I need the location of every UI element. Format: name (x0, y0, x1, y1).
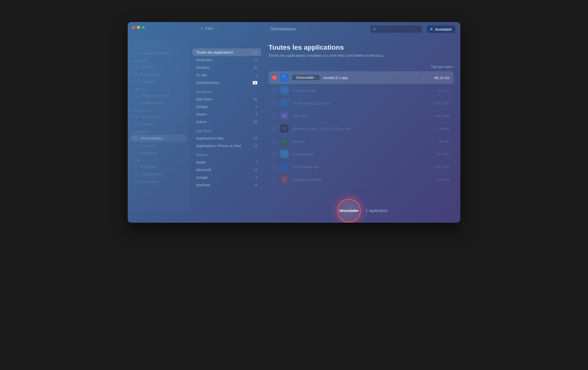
category-item-label: Steam (196, 112, 207, 116)
sidebar-item-label: Système (140, 65, 154, 69)
sidebar-item[interactable]: Corbeilles (130, 78, 186, 85)
category-item-count: 6 (255, 105, 257, 109)
category-item-count: 1 (255, 73, 257, 77)
sidebar-item[interactable]: Confidentialité (130, 99, 186, 107)
app-row-checkbox[interactable] (272, 151, 277, 156)
app-row-checkbox[interactable] (272, 139, 277, 144)
category-item-label: Autres (196, 120, 207, 124)
category-item-label: Résidus (196, 65, 209, 69)
sidebar-item-icon (133, 72, 137, 77)
close-window-button[interactable] (132, 26, 135, 29)
sort-button[interactable]: Trier par nom (431, 65, 453, 69)
category-item-count: 6 (255, 175, 257, 179)
sidebar-item-icon (133, 172, 137, 176)
app-row[interactable]: GUltimate Guitar - Chords & Tabs.app›60 … (269, 122, 453, 135)
svg-rect-13 (134, 173, 137, 176)
svg-rect-2 (134, 66, 137, 69)
category-item[interactable]: Résidus30 (192, 64, 261, 71)
app-row[interactable]: ✎XCFormat.app›4,3 Mo (269, 84, 453, 97)
app-row[interactable]: ✈Telegram.app›71,4 Mo (269, 148, 453, 160)
sidebar-section-header: Protection (130, 85, 186, 92)
app-size: 232,2 Mo (428, 165, 450, 169)
chevron-right-icon: › (423, 114, 424, 118)
app-row-checkbox[interactable] (272, 126, 277, 131)
app-row[interactable]: ↔TeamViewer.app›232,2 Mo (269, 160, 453, 173)
sidebar-item[interactable]: Mise à jour (130, 142, 186, 149)
sidebar-section-header: Applications (130, 128, 186, 135)
category-item[interactable]: Applications iPhone et iPad13 (192, 142, 261, 150)
category-item[interactable]: Setapp6 (192, 103, 261, 110)
sidebar-item[interactable]: Télescope (130, 163, 186, 171)
chevron-left-icon (201, 27, 203, 31)
category-item-label: 32 bits (196, 73, 207, 77)
category-item-label: Applications Mac (196, 136, 224, 140)
app-row[interactable]: 🂡Tabletop Simulator›5,69 Go (269, 173, 453, 186)
sidebar-section-header: Fichiers (130, 157, 186, 163)
app-action-dropdown[interactable]: Désinstaller (292, 75, 320, 80)
app-row[interactable]: ☎Viber.app›434,7 Mo (269, 109, 453, 122)
page-title: Toutes les applications (269, 44, 453, 51)
sort-row: Trier par nom (269, 65, 453, 69)
category-item[interactable]: Google6 (192, 173, 261, 181)
sidebar-item[interactable]: Destructeur (130, 178, 186, 185)
category-item[interactable]: Autres65 (192, 118, 261, 126)
app-row-checkbox[interactable] (272, 164, 277, 169)
body: Analyse intelligenteNettoyageSystèmePièc… (128, 36, 460, 223)
selection-count-label: 1 application (366, 208, 388, 213)
app-row[interactable]: 🔨DésinstallerXcode13.1.app›89,12 Go (269, 71, 453, 84)
sidebar-item[interactable]: Fichiers malveillants (130, 92, 186, 99)
zoom-window-button[interactable] (142, 26, 145, 29)
category-item[interactable]: Apple7 (192, 158, 261, 166)
back-label: Intro (205, 26, 213, 31)
back-button[interactable]: Intro (201, 26, 213, 31)
sidebar-item[interactable]: Autres fichiers (130, 171, 186, 178)
app-row-checkbox[interactable] (272, 88, 277, 93)
category-section-header: Éditeurs (192, 150, 261, 158)
category-item[interactable]: 32 bits1 (192, 71, 261, 79)
category-item[interactable]: Applications Mac23 (192, 134, 261, 142)
category-item-count: 30 (253, 66, 257, 69)
main-panel: Toutes les applications Toutes les appli… (265, 36, 460, 223)
page-subtitle: Toutes les applications installées sur v… (269, 53, 453, 58)
category-item[interactable]: App Store36 (192, 95, 261, 103)
app-size: 434,7 Mo (428, 114, 450, 118)
bottom-action-bar: Désinstaller 1 application (265, 197, 460, 223)
category-item-count: 1 (253, 81, 257, 84)
sidebar-item[interactable]: Extensions (130, 149, 186, 157)
sidebar-item[interactable]: Désinstallateur (130, 135, 186, 142)
sidebar-item[interactable]: Entretien (130, 121, 186, 128)
category-item[interactable]: Microsoft11 (192, 166, 261, 173)
sidebar-item-label: Fichiers malveillants (140, 94, 171, 98)
app-row-checkbox[interactable] (272, 113, 277, 118)
category-item-count: 23 (253, 136, 257, 140)
category-item-count: 12 (253, 58, 257, 62)
category-item[interactable]: Steam4 (192, 110, 261, 118)
sidebar-item-icon (133, 165, 137, 169)
chevron-right-icon: › (423, 177, 424, 182)
sidebar-item-icon (133, 179, 137, 184)
search-input[interactable] (370, 25, 422, 33)
minimize-window-button[interactable] (137, 26, 140, 29)
svg-rect-1 (134, 52, 137, 55)
category-item[interactable]: Sélectionnées1 (192, 79, 261, 86)
sidebar-item[interactable]: Analyse intelligente (130, 49, 186, 57)
chevron-right-icon: › (423, 164, 424, 169)
sidebar-item[interactable]: Système (130, 63, 186, 71)
sidebar-item[interactable]: Pièces jointes (130, 71, 186, 78)
app-size: 89,12 Go (428, 76, 450, 80)
category-item[interactable]: MacPaw14 (192, 181, 261, 189)
sidebar-item[interactable]: Optimisation (130, 113, 186, 121)
app-row-checkbox[interactable] (272, 177, 277, 182)
category-column: Toutes les applications111Inutilisées12R… (189, 36, 265, 223)
category-item[interactable]: Inutilisées12 (192, 56, 261, 64)
app-row[interactable]: ⟩Visual Studio Code.app›414,3 Mo (269, 97, 453, 109)
category-item[interactable]: Toutes les applications111 (192, 48, 261, 56)
assistant-button[interactable]: Assistant (427, 25, 455, 33)
app-name: Ultimate Guitar - Chords & Tabs.app (292, 127, 419, 131)
uninstall-button[interactable]: Désinstaller (337, 199, 361, 222)
app-row[interactable]: 🗝Terraria›742 Mo (269, 135, 453, 148)
sidebar-item-icon (133, 136, 137, 140)
app-row-checkbox[interactable] (272, 75, 277, 80)
app-row-checkbox[interactable] (272, 101, 277, 105)
svg-rect-5 (134, 94, 137, 97)
